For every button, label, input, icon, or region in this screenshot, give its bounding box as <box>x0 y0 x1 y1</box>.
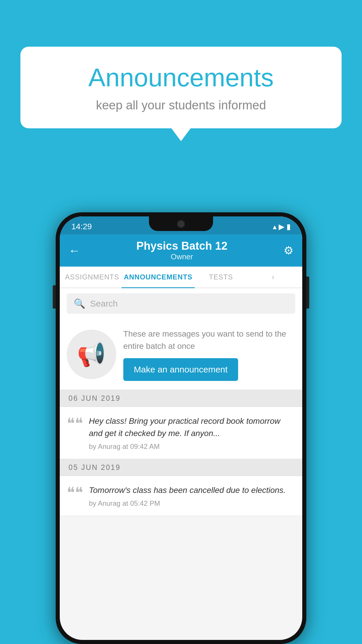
power-button <box>306 276 309 309</box>
tab-tests[interactable]: TESTS <box>195 267 247 288</box>
gear-icon[interactable]: ⚙ <box>284 244 294 257</box>
header-subtitle: Owner <box>136 252 228 261</box>
phone-screen: 14:29 ▴ ▶ ▮ ← Physics Batch 12 Owner ⚙ A… <box>60 216 302 640</box>
quote-icon-1: ❝❝ <box>67 416 83 431</box>
search-icon: 🔍 <box>74 298 85 309</box>
quote-icon-2: ❝❝ <box>67 485 83 501</box>
announcement-text-1: Hey class! Bring your practical record b… <box>89 415 295 440</box>
phone-notch <box>149 216 213 231</box>
tabs-bar: ASSIGNMENTS ANNOUNCEMENTS TESTS › <box>60 267 302 288</box>
bubble-subtitle: keep all your students informed <box>38 98 324 112</box>
header-center: Physics Batch 12 Owner <box>136 240 228 261</box>
speech-bubble: Announcements keep all your students inf… <box>20 47 342 128</box>
tab-assignments[interactable]: ASSIGNMENTS <box>63 267 122 288</box>
announcement-content-2: Tomorrow's class has been cancelled due … <box>89 484 295 508</box>
status-icons: ▴ ▶ ▮ <box>273 222 291 231</box>
header-title: Physics Batch 12 <box>136 240 228 252</box>
phone-camera <box>177 220 185 228</box>
back-button[interactable]: ← <box>68 244 80 257</box>
search-input-wrap[interactable]: 🔍 Search <box>67 293 295 314</box>
tab-announcements[interactable]: ANNOUNCEMENTS <box>122 267 195 288</box>
announcement-meta-2: by Anurag at 05:42 PM <box>89 499 295 508</box>
announcement-text-2: Tomorrow's class has been cancelled due … <box>89 484 295 496</box>
date-separator-1: 06 JUN 2019 <box>60 390 302 407</box>
phone-outer: 14:29 ▴ ▶ ▮ ← Physics Batch 12 Owner ⚙ A… <box>56 212 306 644</box>
speech-bubble-area: Announcements keep all your students inf… <box>20 47 342 128</box>
tab-more[interactable]: › <box>247 267 299 288</box>
make-announcement-button[interactable]: Make an announcement <box>123 358 238 381</box>
megaphone-icon: 📢 <box>77 341 106 368</box>
promo-icon-circle: 📢 <box>67 330 116 379</box>
date-separator-2: 05 JUN 2019 <box>60 459 302 476</box>
bubble-title: Announcements <box>38 63 324 92</box>
volume-button <box>53 285 56 309</box>
search-container: 🔍 Search <box>60 288 302 319</box>
announcement-meta-1: by Anurag at 09:42 AM <box>89 442 295 451</box>
search-placeholder: Search <box>90 299 118 309</box>
announcement-item-2[interactable]: ❝❝ Tomorrow's class has been cancelled d… <box>60 476 302 516</box>
app-header: ← Physics Batch 12 Owner ⚙ <box>60 235 302 267</box>
announcement-content-1: Hey class! Bring your practical record b… <box>89 415 295 451</box>
promo-description: These are messages you want to send to t… <box>123 328 295 352</box>
wifi-icon: ▴ ▶ ▮ <box>273 222 291 231</box>
promo-content: These are messages you want to send to t… <box>123 328 295 381</box>
phone-frame: 14:29 ▴ ▶ ▮ ← Physics Batch 12 Owner ⚙ A… <box>56 212 306 644</box>
status-time: 14:29 <box>71 222 92 231</box>
promo-area: 📢 These are messages you want to send to… <box>60 319 302 390</box>
announcement-item-1[interactable]: ❝❝ Hey class! Bring your practical recor… <box>60 407 302 459</box>
